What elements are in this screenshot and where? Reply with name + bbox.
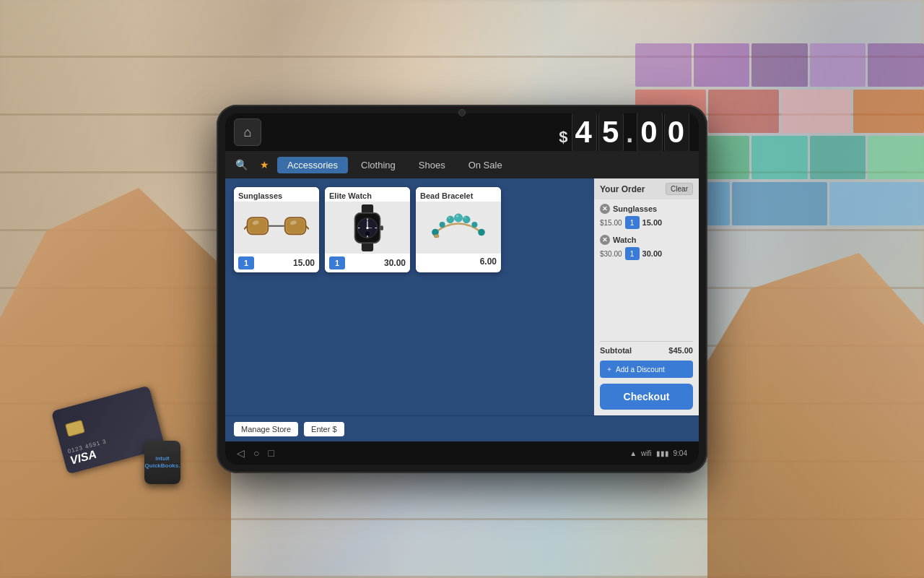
sunglasses-order-total: 15.00: [642, 218, 663, 227]
shelf-block: [810, 43, 866, 87]
bracelet-price: 6.00: [480, 256, 497, 267]
shelf-block: [751, 43, 808, 87]
sunglasses-price: 15.00: [293, 258, 315, 268]
price-dollar-sign: $: [559, 128, 569, 147]
shelf-block: [694, 43, 750, 87]
shelf-block: [732, 182, 827, 225]
android-home-icon[interactable]: ○: [253, 447, 259, 459]
product-watch-image: [325, 202, 410, 254]
recents-icon[interactable]: □: [268, 447, 274, 459]
clear-button[interactable]: Clear: [666, 183, 693, 195]
order-title: Your Order: [600, 184, 645, 194]
discount-plus-icon: ＋: [606, 364, 613, 374]
nav-wifi-icon: wifi: [641, 449, 651, 457]
subtotal-row: Subtotal $45.00: [594, 343, 699, 358]
remove-watch-button[interactable]: ✕: [600, 235, 610, 245]
product-sunglasses-image: [234, 202, 319, 254]
svg-point-24: [440, 222, 445, 228]
nav-time: 9:04: [674, 449, 687, 457]
back-icon[interactable]: ◁: [237, 447, 245, 459]
product-elite-watch[interactable]: Elite Watch: [325, 187, 410, 272]
tab-on-sale[interactable]: On Sale: [458, 157, 513, 173]
svg-point-30: [456, 215, 458, 217]
enter-s-button[interactable]: Enter $: [304, 422, 344, 436]
watch-order-total: 30.00: [642, 249, 663, 258]
price-display: $ 4 5 . 0 0: [559, 113, 690, 152]
tab-clothing[interactable]: Clothing: [351, 157, 406, 173]
svg-point-25: [447, 216, 454, 223]
home-button[interactable]: ⌂: [234, 118, 261, 146]
tab-accessories[interactable]: Accessories: [277, 157, 348, 173]
product-sunglasses-title: Sunglasses: [234, 187, 319, 202]
sunglasses-unit-price: $15.00: [600, 219, 622, 227]
svg-point-27: [463, 216, 470, 223]
order-item-watch-row: ✕ Watch: [600, 235, 693, 245]
favorites-icon[interactable]: ★: [254, 155, 274, 175]
tablet-frame: ⌂ $ 4 5 . 0 0 🔍 ★ Accessories Clothing S…: [217, 105, 707, 473]
sunglasses-qty: 1: [238, 256, 254, 269]
product-watch-title: Elite Watch: [325, 187, 410, 202]
remove-sunglasses-button[interactable]: ✕: [600, 204, 610, 214]
order-item-watch: ✕ Watch $30.00 1 30.00: [600, 235, 693, 260]
shelf-block: [751, 136, 808, 179]
order-item-sunglasses-name: Sunglasses: [613, 204, 657, 213]
product-sunglasses-footer: 1 15.00: [234, 254, 319, 272]
checkout-button[interactable]: Checkout: [600, 384, 693, 410]
shelf-block: [868, 136, 924, 179]
subtotal-value: $45.00: [668, 346, 693, 355]
discount-button[interactable]: ＋ Add a Discount: [600, 361, 693, 378]
main-content: Sunglasses: [225, 178, 699, 415]
order-header: Your Order Clear: [594, 178, 699, 199]
order-item-sunglasses-row: ✕ Sunglasses: [600, 204, 693, 214]
shelf-block: [781, 90, 852, 133]
svg-point-31: [448, 217, 450, 218]
top-bar: ⌂ $ 4 5 . 0 0: [225, 113, 699, 151]
nav-right-icons: ▲ wifi ▮▮▮ 9:04: [629, 449, 687, 457]
price-digit-5: 5: [598, 113, 624, 152]
nav-battery-icon: ▮▮▮: [656, 449, 669, 457]
category-bar: 🔍 ★ Accessories Clothing Shoes On Sale: [225, 151, 699, 178]
bracelet-svg: [430, 208, 487, 248]
shelf-block: [635, 43, 692, 87]
svg-rect-15: [380, 225, 383, 230]
svg-point-22: [366, 226, 368, 228]
tablet-screen: ⌂ $ 4 5 . 0 0 🔍 ★ Accessories Clothing S…: [225, 113, 699, 465]
order-panel: Your Order Clear ✕ Sunglasses $15.00 1 1: [594, 178, 699, 415]
home-icon: ⌂: [244, 125, 252, 140]
shelf-block: [810, 136, 866, 179]
product-bracelet-title: Bead Bracelet: [416, 187, 501, 202]
watch-order-qty: 1: [625, 247, 640, 260]
watch-qty: 1: [329, 256, 345, 269]
shelf-block: [853, 90, 924, 133]
quickbooks-reader: intuitQuickBooks.: [144, 441, 180, 484]
tablet-camera: [458, 109, 466, 116]
search-icon[interactable]: 🔍: [231, 155, 251, 175]
shelf-block: [708, 90, 779, 133]
watch-svg: [346, 204, 389, 251]
android-nav-bar: ◁ ○ □ ▲ wifi ▮▮▮ 9:04: [225, 441, 699, 465]
tab-shoes[interactable]: Shoes: [409, 157, 456, 173]
order-items-list: ✕ Sunglasses $15.00 1 15.00 ✕: [594, 199, 699, 340]
product-bead-bracelet[interactable]: Bead Bracelet: [416, 187, 501, 272]
shelf-block: [868, 43, 924, 87]
watch-price: 30.00: [384, 258, 406, 268]
bottom-bar: Manage Store Enter $: [225, 415, 699, 441]
order-item-watch-name: Watch: [613, 236, 637, 244]
order-item-sunglasses: ✕ Sunglasses $15.00 1 15.00: [600, 204, 693, 229]
product-bracelet-image: [416, 202, 501, 254]
svg-point-32: [464, 217, 466, 218]
order-item-sunglasses-price-row: $15.00 1 15.00: [600, 216, 693, 229]
svg-point-29: [478, 228, 485, 236]
price-digit-0a: 0: [637, 113, 662, 152]
manage-store-button[interactable]: Manage Store: [234, 422, 298, 436]
price-digit-4: 4: [572, 113, 597, 152]
order-divider: [600, 341, 693, 342]
price-digit-0b: 0: [664, 113, 689, 152]
nav-left-icons: ◁ ○ □: [237, 447, 274, 459]
discount-label: Add a Discount: [616, 366, 665, 374]
nav-signal-icon: ▲: [629, 449, 637, 457]
subtotal-label: Subtotal: [600, 346, 632, 355]
product-sunglasses[interactable]: Sunglasses: [234, 187, 319, 272]
product-bracelet-footer: 6.00: [416, 254, 501, 269]
sunglasses-order-qty: 1: [625, 216, 640, 229]
